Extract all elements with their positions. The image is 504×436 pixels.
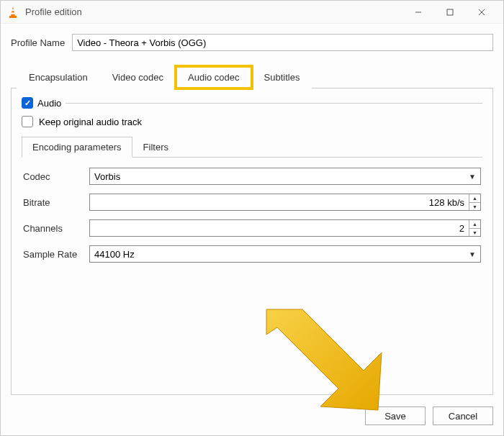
tab-encapsulation[interactable]: Encapsulation	[17, 66, 100, 88]
codec-value: Vorbis	[94, 171, 120, 182]
samplerate-row: Sample Rate 44100 Hz ▼	[23, 245, 481, 263]
svg-marker-0	[11, 6, 15, 16]
channels-down-button[interactable]: ▼	[469, 228, 480, 236]
chevron-down-icon: ▼	[469, 250, 476, 258]
tab-video-codec[interactable]: Video codec	[100, 66, 176, 88]
audio-checkbox-label: Audio	[37, 98, 61, 109]
profile-edition-window: Profile edition Profile Name Encapsulati…	[0, 0, 504, 436]
sub-tabs: Encoding parameters Filters	[22, 136, 482, 158]
keep-original-row: Keep original audio track	[22, 116, 482, 127]
profile-name-input[interactable]	[72, 34, 493, 51]
channels-value: 2	[90, 223, 469, 234]
divider	[66, 103, 482, 104]
channels-row: Channels 2 ▲ ▼	[23, 219, 481, 237]
bitrate-spinner[interactable]: 128 kb/s ▲ ▼	[89, 194, 481, 211]
vlc-cone-icon	[6, 6, 19, 19]
svg-rect-1	[12, 9, 15, 11]
dialog-footer: Save Cancel	[1, 401, 503, 435]
save-button[interactable]: Save	[365, 407, 426, 425]
window-controls	[402, 1, 498, 23]
bitrate-up-button[interactable]: ▲	[469, 194, 480, 202]
content-area: Profile Name Encapsulation Video codec A…	[1, 24, 503, 401]
channels-label: Channels	[23, 223, 82, 234]
subtab-filters[interactable]: Filters	[132, 137, 179, 158]
audio-checkbox[interactable]	[22, 97, 33, 109]
svg-rect-2	[11, 12, 15, 14]
minimize-button[interactable]	[402, 1, 434, 23]
tab-audio-codec[interactable]: Audio codec	[176, 66, 252, 88]
encoding-form: Codec Vorbis ▼ Bitrate 128 kb/s ▲ ▼	[22, 158, 482, 278]
tab-subtitles[interactable]: Subtitles	[252, 66, 312, 88]
chevron-down-icon: ▼	[469, 173, 476, 181]
samplerate-label: Sample Rate	[23, 249, 82, 260]
channels-spinner[interactable]: 2 ▲ ▼	[89, 219, 481, 237]
channels-up-button[interactable]: ▲	[469, 220, 480, 228]
keep-original-label: Keep original audio track	[39, 117, 142, 127]
svg-rect-5	[447, 9, 453, 15]
window-title: Profile edition	[25, 6, 402, 17]
profile-name-row: Profile Name	[11, 34, 493, 51]
samplerate-select[interactable]: 44100 Hz ▼	[89, 245, 481, 263]
main-tabs: Encapsulation Video codec Audio codec Su…	[11, 65, 493, 88]
bitrate-row: Bitrate 128 kb/s ▲ ▼	[23, 194, 481, 211]
codec-row: Codec Vorbis ▼	[23, 168, 481, 185]
bitrate-value: 128 kb/s	[90, 197, 469, 208]
codec-label: Codec	[23, 171, 82, 182]
bitrate-down-button[interactable]: ▼	[469, 202, 480, 210]
codec-select[interactable]: Vorbis ▼	[89, 168, 481, 185]
cancel-button[interactable]: Cancel	[433, 407, 493, 425]
close-button[interactable]	[466, 1, 498, 23]
samplerate-value: 44100 Hz	[94, 249, 135, 260]
keep-original-checkbox[interactable]	[22, 116, 33, 127]
subtab-encoding-parameters[interactable]: Encoding parameters	[22, 137, 132, 158]
titlebar: Profile edition	[1, 1, 503, 24]
audio-codec-panel: Audio Keep original audio track Encoding…	[11, 88, 493, 395]
profile-name-label: Profile Name	[11, 37, 65, 48]
audio-group-header: Audio	[22, 97, 482, 109]
svg-rect-3	[9, 16, 17, 18]
bitrate-label: Bitrate	[23, 197, 82, 208]
maximize-button[interactable]	[434, 1, 466, 23]
